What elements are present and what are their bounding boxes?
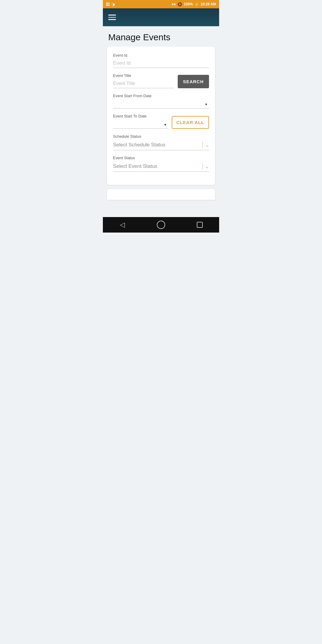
event-status-value: Select Event Status [113,163,200,169]
event-start-to-row: Event Start To Date ▼ CLEAR ALL [113,114,209,129]
notification-icon: 🔕 [177,2,182,7]
schedule-status-select[interactable]: Select Schedule Status ⌄ [113,140,209,150]
event-start-from-row: Event Start From Date ▼ [113,94,209,109]
event-title-label: Event Title [113,73,174,78]
event-id-label: Event Id [113,53,209,58]
event-status-row: Event Status Select Event Status ⌄ [113,156,209,172]
event-start-to-label: Event Start To Date [113,114,168,118]
event-status-field: Event Status Select Event Status ⌄ [113,156,209,172]
clear-all-button[interactable]: CLEAR ALL [172,116,209,129]
app-bar [103,8,219,26]
search-button[interactable]: SEARCH [178,75,209,88]
event-start-from-input[interactable] [113,100,209,109]
schedule-status-label: Schedule Status [113,134,209,139]
page-title-area: Manage Events [103,26,219,47]
event-id-field: Event Id [113,53,209,68]
schedule-status-field: Schedule Status Select Schedule Status ⌄ [113,134,209,150]
event-start-from-label: Event Start From Date [113,94,209,98]
event-start-to-input[interactable] [113,120,168,129]
menu-button[interactable] [108,15,116,20]
event-status-chevron-icon: ⌄ [205,164,209,169]
event-title-row: Event Title SEARCH [113,73,209,88]
status-bar-right: ▾▾ 🔕 100% ⚡ 10:26 AM [172,2,216,7]
schedule-status-row: Schedule Status Select Schedule Status ⌄ [113,134,209,150]
battery-percent: 100% [184,2,193,6]
select-divider [202,142,203,148]
event-title-input[interactable] [113,80,174,88]
event-status-label: Event Status [113,156,209,160]
event-title-field: Event Title [113,73,174,88]
event-status-divider [202,163,203,170]
status-bar: 🖼 ◑ ▾▾ 🔕 100% ⚡ 10:26 AM [103,0,219,8]
battery-icon: ⚡ [194,2,199,7]
status-bar-left-icons: 🖼 ◑ [106,2,115,7]
search-card: Event Id Event Title SEARCH Event Start … [107,47,215,185]
event-id-row: Event Id [113,53,209,68]
event-start-from-field: Event Start From Date ▼ [113,94,209,109]
recents-button[interactable] [194,219,206,231]
back-button[interactable]: ◁ [116,219,128,231]
circle-icon: ◑ [112,2,115,7]
photo-icon: 🖼 [106,2,110,7]
schedule-status-value: Select Schedule Status [113,142,200,148]
page-title: Manage Events [108,32,214,42]
bottom-card-partial [107,189,215,200]
wifi-icon: ▾▾ [172,2,176,7]
schedule-status-chevron-icon: ⌄ [205,142,209,148]
event-status-select[interactable]: Select Event Status ⌄ [113,162,209,172]
event-start-to-field: Event Start To Date ▼ [113,114,168,129]
home-button[interactable] [155,219,167,231]
bottom-navigation: ◁ [103,217,219,233]
event-id-input[interactable] [113,59,209,68]
clock: 10:26 AM [201,2,216,6]
